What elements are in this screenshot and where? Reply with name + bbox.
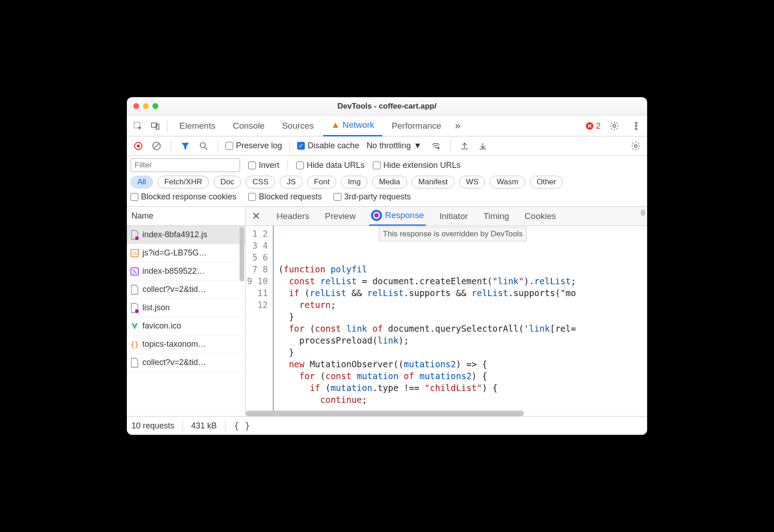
- request-row[interactable]: JS js?id=G-LB75G…: [127, 244, 245, 262]
- network-toolbar: Preserve log Disable cache No throttling…: [127, 136, 647, 156]
- chip-media[interactable]: Media: [372, 176, 407, 188]
- chip-js[interactable]: JS: [280, 176, 303, 188]
- zoom-window-button[interactable]: [152, 103, 158, 109]
- kebab-menu-icon[interactable]: [628, 118, 644, 134]
- clear-button[interactable]: [150, 139, 163, 153]
- blocked-response-cookies-checkbox[interactable]: Blocked response cookies: [131, 192, 236, 202]
- request-row[interactable]: {} topics-taxonom…: [127, 335, 245, 354]
- status-bar: 10 requests 431 kB { }: [127, 417, 647, 435]
- chip-other[interactable]: Other: [530, 176, 563, 188]
- request-detail-panel: ✕ Headers Preview Response Initiator Tim…: [246, 207, 647, 416]
- detail-tabs: ✕ Headers Preview Response Initiator Tim…: [246, 207, 647, 226]
- detail-tab-headers[interactable]: Headers: [275, 207, 311, 226]
- chip-wasm[interactable]: Wasm: [490, 176, 525, 188]
- code-content[interactable]: (function polyfil const relList = docume…: [273, 226, 647, 416]
- doc-file-icon: [131, 358, 139, 368]
- search-icon[interactable]: [197, 139, 210, 153]
- detail-vertical-scrollbar[interactable]: [641, 209, 645, 216]
- css-file-icon: [131, 266, 139, 276]
- chip-manifest[interactable]: Manifest: [412, 176, 455, 188]
- svg-text:JS: JS: [132, 251, 137, 256]
- request-row[interactable]: index-8bfa4912.js: [127, 226, 245, 244]
- request-row[interactable]: index-b859522…: [127, 262, 245, 281]
- chip-doc[interactable]: Doc: [214, 176, 241, 188]
- override-tooltip: This response is overridden by DevTools: [379, 227, 527, 241]
- svg-point-5: [635, 122, 637, 124]
- tab-network[interactable]: ▲ Network: [323, 115, 383, 136]
- network-conditions-icon[interactable]: [429, 139, 443, 153]
- svg-point-18: [135, 309, 139, 313]
- pretty-print-button[interactable]: { }: [234, 420, 250, 431]
- error-count-badge[interactable]: 2: [586, 121, 601, 131]
- chip-img[interactable]: Img: [341, 176, 367, 188]
- request-row[interactable]: collect?v=2&tid…: [127, 281, 245, 299]
- import-har-icon[interactable]: [476, 139, 490, 153]
- chip-font[interactable]: Font: [307, 176, 336, 188]
- tab-elements[interactable]: Elements: [171, 115, 224, 136]
- detail-tab-response[interactable]: Response: [369, 207, 426, 226]
- chip-css[interactable]: CSS: [246, 176, 275, 188]
- detail-tab-initiator[interactable]: Initiator: [438, 207, 470, 226]
- detail-tab-timing[interactable]: Timing: [481, 207, 511, 226]
- blocked-requests-checkbox[interactable]: Blocked requests: [248, 192, 322, 202]
- request-row[interactable]: list.json: [127, 299, 245, 317]
- svg-text:{}: {}: [131, 340, 139, 349]
- request-list[interactable]: index-8bfa4912.js JS js?id=G-LB75G… inde…: [127, 226, 245, 416]
- third-party-requests-checkbox[interactable]: 3rd-party requests: [334, 192, 411, 202]
- request-list-panel: Name index-8bfa4912.js JS js?id=G-LB75G……: [127, 207, 246, 416]
- record-button[interactable]: [131, 139, 145, 153]
- transfer-size: 431 kB: [191, 421, 217, 431]
- svg-point-7: [635, 128, 637, 130]
- type-filter-chips: All Fetch/XHR Doc CSS JS Font Img Media …: [131, 176, 643, 188]
- preserve-log-checkbox[interactable]: Preserve log: [225, 141, 282, 151]
- json-braces-icon: {}: [131, 339, 139, 349]
- export-har-icon[interactable]: [458, 139, 471, 153]
- hide-extension-urls-checkbox[interactable]: Hide extension URLs: [373, 161, 460, 170]
- chip-ws[interactable]: WS: [459, 176, 485, 188]
- inspect-element-icon[interactable]: [130, 118, 146, 134]
- tab-sources[interactable]: Sources: [274, 115, 322, 136]
- svg-point-6: [635, 125, 637, 127]
- svg-rect-9: [137, 145, 140, 147]
- json-file-icon: [131, 303, 139, 313]
- code-horizontal-scrollbar[interactable]: [246, 411, 647, 416]
- chip-fetch-xhr[interactable]: Fetch/XHR: [157, 176, 209, 188]
- minimize-window-button[interactable]: [143, 103, 149, 109]
- detail-tab-preview[interactable]: Preview: [323, 207, 358, 226]
- invert-checkbox[interactable]: Invert: [248, 161, 279, 170]
- filter-toggle-icon[interactable]: [178, 139, 192, 153]
- request-row[interactable]: favicon.ico: [127, 317, 245, 335]
- svg-point-13: [634, 145, 637, 147]
- svg-point-11: [200, 142, 205, 147]
- close-window-button[interactable]: [133, 103, 139, 109]
- chip-all[interactable]: All: [131, 176, 153, 188]
- request-row[interactable]: collect?v=2&tid…: [127, 354, 245, 372]
- hide-data-urls-checkbox[interactable]: Hide data URLs: [296, 161, 365, 170]
- filter-input[interactable]: [131, 158, 240, 172]
- settings-gear-icon[interactable]: [606, 118, 622, 134]
- vue-icon: [131, 321, 139, 331]
- network-settings-gear-icon[interactable]: [629, 139, 643, 153]
- more-tabs-button[interactable]: »: [450, 120, 465, 132]
- svg-point-12: [437, 147, 439, 149]
- window-title: DevTools - coffee-cart.app/: [127, 102, 647, 111]
- close-detail-button[interactable]: ✕: [252, 210, 263, 222]
- main-tabs-row: Elements Console Sources ▲ Network Perfo…: [127, 115, 647, 136]
- response-code-viewer[interactable]: 1 2 3 4 5 6 7 8 9 10 11 12 (function pol…: [246, 226, 647, 416]
- detail-tab-cookies[interactable]: Cookies: [523, 207, 558, 226]
- device-toggle-icon[interactable]: [147, 118, 163, 134]
- js-file-icon: [131, 230, 139, 240]
- request-list-scrollbar[interactable]: [240, 227, 244, 282]
- svg-point-14: [135, 236, 139, 240]
- doc-file-icon: [131, 285, 139, 295]
- disable-cache-checkbox[interactable]: Disable cache: [297, 141, 359, 151]
- titlebar: DevTools - coffee-cart.app/: [127, 97, 647, 115]
- svg-rect-2: [156, 124, 159, 129]
- request-list-header[interactable]: Name: [127, 207, 245, 226]
- throttling-select[interactable]: No throttling ▼: [364, 141, 424, 151]
- devtools-window: DevTools - coffee-cart.app/ Elements Con…: [127, 97, 647, 435]
- tab-performance[interactable]: Performance: [383, 115, 450, 136]
- tab-console[interactable]: Console: [225, 115, 273, 136]
- network-split-panel: Name index-8bfa4912.js JS js?id=G-LB75G……: [127, 207, 647, 417]
- traffic-lights: [133, 103, 158, 109]
